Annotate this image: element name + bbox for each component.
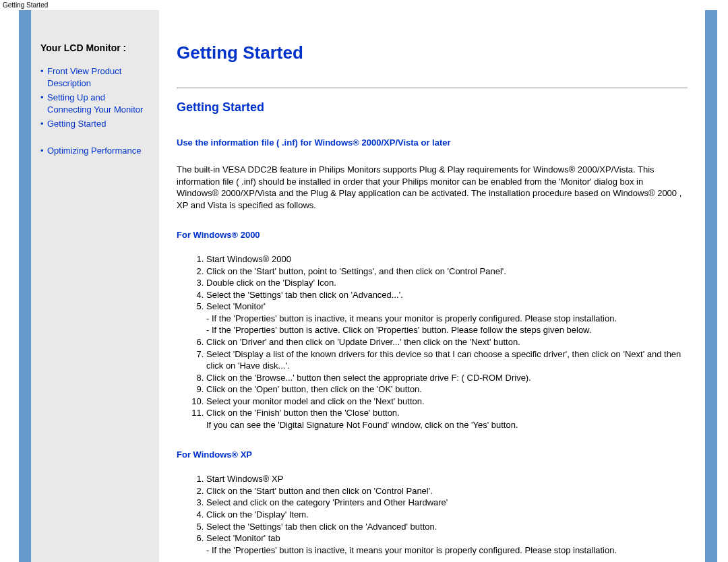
bullet-icon: •: [40, 65, 44, 77]
step-item: Double click on the 'Display' Icon.: [206, 277, 688, 289]
bullet-icon: •: [40, 145, 44, 157]
winxp-steps: Start Windows® XPClick on the 'Start' bu…: [177, 473, 688, 556]
section-heading: Getting Started: [177, 100, 688, 115]
step-item: Select the 'Settings' tab then click on …: [206, 289, 688, 301]
bullet-icon: •: [40, 92, 44, 104]
step-item: Select 'Monitor'- If the 'Properties' bu…: [206, 301, 688, 336]
step-subtext: - If the 'Properties' button is inactive…: [206, 544, 688, 557]
page-title: Getting Started: [177, 42, 688, 63]
step-item: Start Windows® XP: [206, 473, 688, 485]
sidebar-item-optimizing[interactable]: •Optimizing Performance: [40, 145, 151, 157]
step-item: Click on the 'Open' button, then click o…: [206, 383, 688, 396]
step-item: Click on 'Driver' and then click on 'Upd…: [206, 336, 688, 348]
step-item: Start Windows® 2000: [206, 253, 688, 266]
subsection-heading: Use the information file ( .inf) for Win…: [177, 137, 688, 148]
nav-link[interactable]: Front View Product Description: [47, 66, 121, 88]
sidebar-item-front-view[interactable]: •Front View Product Description: [40, 65, 151, 89]
right-decor-bar: [705, 10, 717, 562]
nav-spacer: [40, 133, 151, 142]
sidebar: Your LCD Monitor : •Front View Product D…: [31, 10, 159, 562]
step-item: Click on the 'Start' button, point to 'S…: [206, 266, 688, 278]
step-item: Click on the 'Finish' button then the 'C…: [206, 407, 688, 431]
intro-paragraph: The built-in VESA DDC2B feature in Phili…: [177, 164, 688, 211]
sidebar-item-getting-started[interactable]: •Getting Started: [40, 118, 151, 130]
divider: [177, 88, 688, 88]
step-item: Select 'Monitor' tab- If the 'Properties…: [206, 532, 688, 556]
win2000-heading: For Windows® 2000: [177, 230, 688, 240]
nav-link[interactable]: Getting Started: [47, 119, 106, 129]
sidebar-title: Your LCD Monitor :: [40, 42, 151, 53]
step-item: Select the 'Settings' tab then click on …: [206, 521, 688, 533]
step-item: Click on the 'Start' button and then cli…: [206, 485, 688, 497]
left-decor-bar: [19, 10, 31, 562]
browser-tab-title: Getting Started: [0, 0, 728, 10]
main-content: Getting Started Getting Started Use the …: [159, 10, 705, 562]
win2000-steps: Start Windows® 2000Click on the 'Start' …: [177, 253, 688, 431]
step-subtext: - If the 'Properties' button is inactive…: [206, 313, 688, 325]
step-item: Select and click on the category 'Printe…: [206, 497, 688, 509]
step-item: Click on the 'Display' Item.: [206, 509, 688, 521]
sidebar-nav: •Front View Product Description •Setting…: [40, 65, 151, 156]
step-item: Select your monitor model and click on t…: [206, 396, 688, 408]
step-item: Select 'Display a list of the known driv…: [206, 348, 688, 372]
sidebar-item-setting-up[interactable]: •Setting Up and Connecting Your Monitor: [40, 92, 151, 115]
step-subtext: If you can see the 'Digital Signature No…: [206, 419, 688, 431]
step-item: Click on the 'Browse...' button then sel…: [206, 372, 688, 384]
winxp-heading: For Windows® XP: [177, 449, 688, 460]
page-frame: Your LCD Monitor : •Front View Product D…: [19, 10, 717, 562]
bullet-icon: •: [40, 118, 44, 130]
nav-link[interactable]: Setting Up and Connecting Your Monitor: [47, 92, 143, 115]
step-subtext: - If the 'Properties' button is active. …: [206, 324, 688, 336]
nav-link[interactable]: Optimizing Performance: [47, 146, 141, 156]
